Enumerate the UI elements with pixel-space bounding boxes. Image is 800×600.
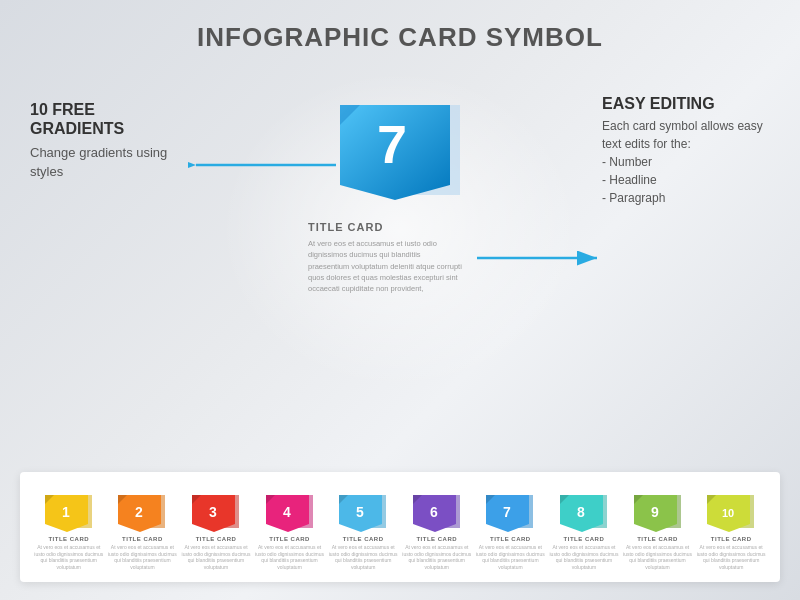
card-item-text-6: At vero eos et accusamus et iusto odio d…: [402, 544, 472, 570]
card-item-text-4: At vero eos et accusamus et iusto odio d…: [255, 544, 325, 570]
card-symbol-4: 4: [261, 490, 319, 532]
card-item-text-5: At vero eos et accusamus et iusto odio d…: [328, 544, 398, 570]
svg-text:4: 4: [283, 504, 291, 520]
svg-text:7: 7: [503, 504, 511, 520]
card-item-text-7: At vero eos et accusamus et iusto odio d…: [476, 544, 546, 570]
card-item-title-1: TITLE CARD: [48, 536, 89, 542]
svg-text:6: 6: [430, 504, 438, 520]
card-item-title-5: TITLE CARD: [343, 536, 384, 542]
svg-text:7: 7: [377, 114, 407, 174]
svg-text:2: 2: [135, 504, 143, 520]
card-item-2: 2 TITLE CARDAt vero eos et accusamus et …: [108, 490, 178, 570]
card-symbol-6: 6: [408, 490, 466, 532]
card-item-title-3: TITLE CARD: [196, 536, 237, 542]
edit-title: EASY EDITING: [602, 95, 772, 113]
card-item-6: 6 TITLE CARDAt vero eos et accusamus et …: [402, 490, 472, 570]
card-symbol-3: 3: [187, 490, 245, 532]
svg-text:5: 5: [356, 504, 364, 520]
card-item-9: 9 TITLE CARDAt vero eos et accusamus et …: [623, 490, 693, 570]
card-item-text-3: At vero eos et accusamus et iusto odio d…: [181, 544, 251, 570]
card-symbol-10: 10: [702, 490, 760, 532]
card-item-title-6: TITLE CARD: [416, 536, 457, 542]
card-symbol-7: 7: [481, 490, 539, 532]
card-item-title-10: TITLE CARD: [711, 536, 752, 542]
gradients-title: 10 FREEGRADIENTS: [30, 100, 190, 138]
svg-text:9: 9: [651, 504, 659, 520]
card-item-text-10: At vero eos et accusamus et iusto odio d…: [696, 544, 766, 570]
center-card: 7 TITLE CARD At vero eos et accusamus et…: [300, 85, 500, 294]
card-symbol-8: 8: [555, 490, 613, 532]
card-item-1: 1 TITLE CARDAt vero eos et accusamus et …: [34, 490, 104, 570]
card-item-8: 8 TITLE CARDAt vero eos et accusamus et …: [549, 490, 619, 570]
card-item-3: 3 TITLE CARDAt vero eos et accusamus et …: [181, 490, 251, 570]
card-symbol-9: 9: [629, 490, 687, 532]
left-annotation: 10 FREEGRADIENTS Change gradients using …: [30, 100, 190, 181]
card-item-title-8: TITLE CARD: [564, 536, 605, 542]
card-title: TITLE CARD: [308, 221, 500, 233]
card-item-text-9: At vero eos et accusamus et iusto odio d…: [623, 544, 693, 570]
card-item-title-2: TITLE CARD: [122, 536, 163, 542]
card-paragraph: At vero eos et accusamus et iusto odio d…: [308, 238, 463, 294]
card-item-text-1: At vero eos et accusamus et iusto odio d…: [34, 544, 104, 570]
card-item-4: 4 TITLE CARDAt vero eos et accusamus et …: [255, 490, 325, 570]
svg-text:8: 8: [577, 504, 585, 520]
card-symbol-5: 5: [334, 490, 392, 532]
card-item-title-7: TITLE CARD: [490, 536, 531, 542]
card-item-title-4: TITLE CARD: [269, 536, 310, 542]
main-container: INFOGRAPHIC CARD SYMBOL 10 FREEGRADIENTS…: [0, 0, 800, 600]
card-item-text-2: At vero eos et accusamus et iusto odio d…: [108, 544, 178, 570]
svg-text:10: 10: [722, 507, 734, 519]
card-item-title-9: TITLE CARD: [637, 536, 678, 542]
card-symbol-2: 2: [113, 490, 171, 532]
card-shape: 7: [330, 85, 470, 219]
card-item-text-8: At vero eos et accusamus et iusto odio d…: [549, 544, 619, 570]
card-item-5: 5 TITLE CARDAt vero eos et accusamus et …: [328, 490, 398, 570]
card-item-10: 10 TITLE CARDAt vero eos et accusamus et…: [696, 490, 766, 570]
gradients-desc: Change gradients using styles: [30, 144, 190, 180]
card-item-7: 7 TITLE CARDAt vero eos et accusamus et …: [476, 490, 546, 570]
svg-text:1: 1: [62, 504, 70, 520]
edit-desc: Each card symbol allows easy text edits …: [602, 117, 772, 207]
svg-text:3: 3: [209, 504, 217, 520]
bottom-strip: 1 TITLE CARDAt vero eos et accusamus et …: [20, 472, 780, 582]
page-title: INFOGRAPHIC CARD SYMBOL: [0, 0, 800, 53]
card-symbol-1: 1: [40, 490, 98, 532]
right-annotation: EASY EDITING Each card symbol allows eas…: [602, 95, 772, 207]
card-text-area: TITLE CARD At vero eos et accusamus et i…: [300, 221, 500, 294]
